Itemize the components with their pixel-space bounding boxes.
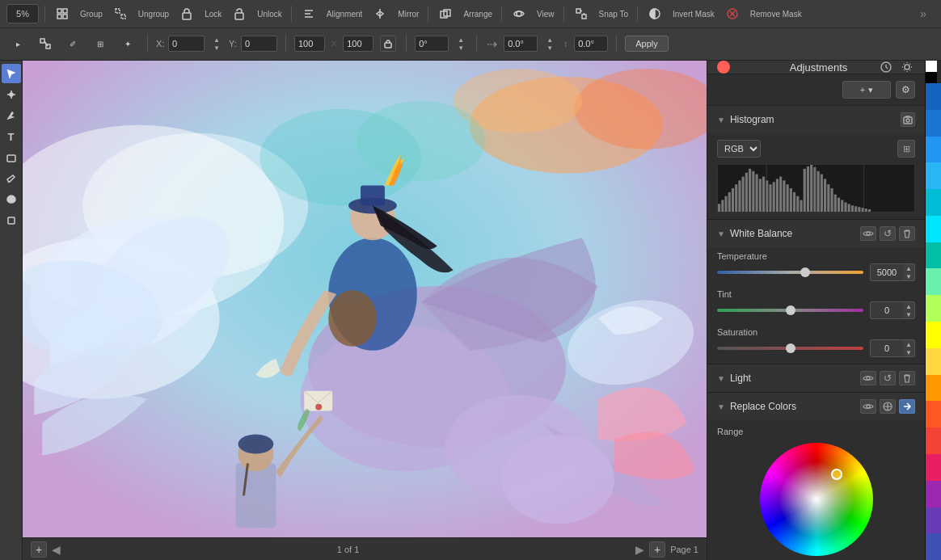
rotation-input[interactable] [415,36,449,52]
transform-tool[interactable]: ✐ [61,33,84,54]
eyedropper-tool[interactable] [2,169,21,188]
wheel-cursor[interactable] [831,469,842,480]
lock-ratio-btn[interactable] [380,36,396,52]
palette-color-14[interactable] [926,427,941,454]
close-panel-button[interactable] [717,61,730,74]
shape-tool[interactable] [2,148,21,167]
wb-delete-btn[interactable] [899,226,915,241]
type-tool[interactable]: T [2,127,21,146]
palette-color-15[interactable] [926,454,941,481]
add-page-btn2[interactable]: + [649,541,665,558]
palette-color-7[interactable] [926,242,941,269]
mirror-button[interactable] [369,3,391,24]
palette-color-18[interactable] [926,533,941,560]
group-button[interactable] [51,3,74,24]
x-down[interactable]: ▼ [211,44,222,52]
wb-reset-btn[interactable]: ↺ [880,226,896,241]
select-tool[interactable]: ▸ [6,33,29,54]
alignment-button[interactable] [297,3,320,24]
invert-mask-button[interactable] [644,3,666,24]
color-wheel[interactable] [760,443,873,556]
replace-colors-header[interactable]: ▼ Replace Colors [707,393,925,420]
node-tool-side[interactable] [2,85,21,104]
light-reset-btn[interactable]: ↺ [880,371,896,385]
next-page-btn[interactable]: ▶ [635,543,644,556]
skew-down[interactable]: ▼ [544,44,555,52]
unlock-button[interactable] [228,3,251,24]
channel-select[interactable]: RGB [717,140,761,158]
temperature-track[interactable] [717,271,863,274]
palette-color-2[interactable] [926,110,941,137]
palette-color-10[interactable] [926,322,941,348]
saturation-thumb[interactable] [786,343,795,353]
palette-color-1[interactable] [926,83,941,110]
expand-button[interactable]: » [912,3,935,24]
rot-up[interactable]: ▲ [455,36,466,44]
x-input[interactable] [168,36,205,52]
prev-page-btn[interactable]: ◀ [52,543,61,556]
temperature-up[interactable]: ▲ [903,264,914,272]
rc-toggle-btn[interactable] [899,399,915,414]
palette-color-11[interactable] [926,348,941,375]
white-balance-header[interactable]: ▼ White Balance ↺ [707,220,925,247]
skew-up[interactable]: ▲ [544,36,555,44]
palette-color-6[interactable] [926,216,941,242]
palette-color-13[interactable] [926,401,941,427]
pen-tool[interactable] [2,106,21,125]
skew-y-input[interactable] [574,36,608,52]
temperature-thumb[interactable] [800,267,810,277]
view-button[interactable] [508,3,530,24]
add-page-button[interactable]: + [31,541,47,558]
light-eye-btn[interactable] [860,371,876,385]
canvas-area[interactable]: + ◀ 1 of 1 ▶ + Page 1 [23,61,707,560]
h-input[interactable] [343,36,373,52]
palette-color-8[interactable] [926,268,941,295]
crop-tool-side[interactable] [2,211,21,230]
tint-thumb[interactable] [786,305,795,315]
smart-select[interactable]: ✦ [116,33,139,54]
rc-eye-btn[interactable] [860,399,876,414]
wb-eye-btn[interactable] [860,226,876,241]
color-wheel-wrapper[interactable] [760,443,873,556]
skew-x-input[interactable] [504,36,538,52]
node-tool[interactable] [34,33,57,54]
temperature-down[interactable]: ▼ [903,272,914,280]
tint-up[interactable]: ▲ [903,302,914,310]
move-tool[interactable] [2,64,21,83]
tint-input[interactable] [871,302,903,318]
apply-button[interactable]: Apply [625,36,669,52]
histogram-options-btn[interactable]: ⊞ [897,140,915,158]
palette-white[interactable] [926,61,937,72]
rot-down[interactable]: ▼ [455,44,466,52]
color-wheel-container[interactable] [717,443,915,556]
saturation-up[interactable]: ▲ [903,340,914,348]
snap-to-button[interactable] [570,3,593,24]
ungroup-button[interactable] [109,3,132,24]
light-header[interactable]: ▼ Light ↺ [707,364,925,392]
crop-tool[interactable]: ⊞ [89,33,112,54]
palette-color-12[interactable] [926,375,941,402]
y-input[interactable] [241,36,277,52]
palette-color-5[interactable] [926,189,941,216]
palette-color-3[interactable] [926,137,941,163]
x-up[interactable]: ▲ [211,36,222,44]
lock-button[interactable] [175,3,198,24]
settings-panel-button[interactable] [899,61,915,75]
histogram-snapshot-btn[interactable] [901,112,915,127]
panel-settings-btn[interactable]: ⚙ [896,81,915,99]
tint-track[interactable] [717,309,863,312]
palette-color-16[interactable] [926,481,941,507]
light-delete-btn[interactable] [899,371,915,385]
palette-color-4[interactable] [926,162,941,189]
saturation-down[interactable]: ▼ [903,348,914,356]
saturation-track[interactable] [717,347,863,350]
add-adjustment-button[interactable]: + ▾ [842,81,891,99]
fill-tool[interactable] [2,190,21,209]
zoom-display[interactable]: 5% [6,4,39,23]
rc-picker-btn[interactable] [880,399,896,414]
palette-color-17[interactable] [926,507,941,534]
saturation-input[interactable] [871,340,903,356]
tint-down[interactable]: ▼ [903,310,914,318]
w-input[interactable] [294,36,325,52]
history-button[interactable] [878,61,894,75]
